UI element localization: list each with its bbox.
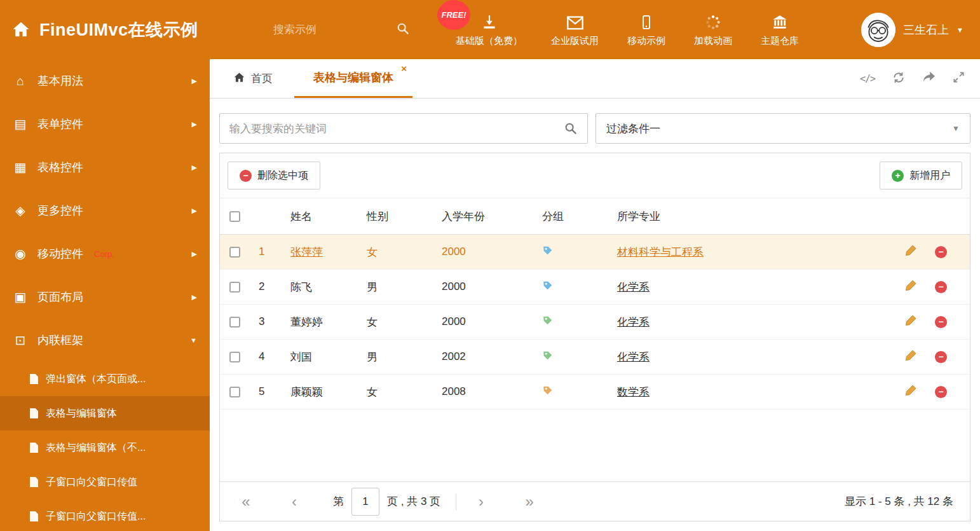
sidebar-subitem-child-to-parent-2[interactable]: 子窗口向父窗口传值... (0, 499, 210, 531)
tab-bar: 首页 表格与编辑窗体 × </> (210, 59, 980, 99)
mobile-icon (639, 13, 654, 31)
download-icon (481, 13, 498, 31)
sidebar-item-grid-controls[interactable]: ▦ 表格控件 ▶ (0, 146, 210, 189)
major-link[interactable]: 材料科学与工程系 (617, 246, 704, 258)
keyword-search-placeholder: 输入要搜索的关键词 (229, 121, 327, 136)
sidebar-item-form-controls[interactable]: ▤ 表单控件 ▶ (0, 102, 210, 146)
header-search-placeholder: 搜索示例 (273, 22, 316, 37)
brand[interactable]: FineUIMvc在线示例 (0, 18, 210, 41)
select-all-checkbox[interactable] (229, 211, 240, 222)
refresh-icon[interactable] (892, 71, 905, 86)
major-link[interactable]: 数学系 (617, 386, 650, 398)
edit-icon[interactable] (905, 314, 917, 329)
name-cell: 张萍萍 (290, 246, 323, 258)
edit-icon[interactable] (905, 349, 917, 364)
delete-icon[interactable]: − (935, 351, 947, 363)
sidebar-subitem-label: 弹出窗体（本页面或... (46, 373, 146, 386)
row-number: 4 (255, 350, 287, 363)
row-checkbox[interactable] (229, 282, 240, 293)
share-icon[interactable] (922, 71, 936, 86)
search-icon[interactable] (396, 22, 410, 38)
sidebar-subitem-child-to-parent[interactable]: 子窗口向父窗口传值 (0, 465, 210, 499)
sidebar-subitem-popup-window[interactable]: 弹出窗体（本页面或... (0, 362, 210, 396)
sidebar-subitem-grid-edit-window[interactable]: 表格与编辑窗体 (0, 396, 210, 431)
delete-selected-label: 删除选中项 (257, 169, 308, 183)
major-link[interactable]: 化学系 (617, 281, 650, 293)
tab-home[interactable]: 首页 (219, 59, 287, 98)
sidebar-item-label: 基本用法 (37, 73, 83, 88)
next-page-button[interactable]: › (472, 494, 491, 509)
bank-icon (771, 13, 789, 31)
year-cell: 2002 (438, 350, 538, 363)
edit-icon[interactable] (905, 244, 917, 259)
nav-item-label: 加载动画 (694, 35, 732, 47)
sidebar-item-page-layout[interactable]: ▣ 页面布局 ▶ (0, 275, 210, 319)
add-user-label: 新增用户 (909, 169, 950, 183)
nav-item-label: 企业版试用 (551, 35, 599, 47)
table-row[interactable]: 1 张萍萍 女 2000 材料科学与工程系 − (220, 235, 970, 270)
delete-icon[interactable]: − (935, 386, 947, 398)
record-summary: 显示 1 - 5 条 , 共 12 条 (845, 494, 953, 509)
row-checkbox[interactable] (229, 352, 240, 362)
keyword-search-input[interactable]: 输入要搜索的关键词 (219, 113, 588, 144)
delete-icon[interactable]: − (935, 246, 947, 258)
table-row[interactable]: 4 刘国 男 2002 化学系 − (220, 340, 970, 375)
nav-item-label: 基础版（免费） (456, 35, 522, 47)
tab-label: 首页 (251, 71, 273, 86)
nav-item-loading-animation[interactable]: 加载动画 (694, 13, 732, 47)
row-checkbox[interactable] (229, 387, 240, 397)
chevron-right-icon: ▶ (192, 293, 197, 301)
nav-item-mobile-demo[interactable]: 移动示例 (627, 13, 665, 47)
signal-icon: ◉ (13, 246, 28, 261)
sidebar-item-label: 表格控件 (37, 160, 83, 175)
sidebar-item-basic-usage[interactable]: ⌂ 基本用法 ▶ (0, 59, 210, 102)
delete-icon[interactable]: − (935, 281, 947, 293)
nav-item-enterprise-trial[interactable]: 企业版试用 (551, 13, 599, 47)
edit-icon[interactable] (905, 384, 917, 399)
sidebar-item-label: 移动控件 (37, 246, 83, 261)
expand-icon[interactable] (953, 71, 965, 86)
major-link[interactable]: 化学系 (617, 351, 650, 363)
chevron-down-icon: ▼ (952, 124, 960, 133)
major-link[interactable]: 化学系 (617, 316, 650, 328)
file-icon (30, 408, 38, 418)
prev-page-button[interactable]: ‹ (285, 494, 304, 509)
column-header-name: 姓名 (287, 209, 363, 224)
table-row[interactable]: 5 康颖颖 女 2008 数学系 − (220, 375, 970, 410)
last-page-button[interactable]: » (520, 494, 539, 509)
file-icon (30, 477, 38, 487)
nav-item-theme-repo[interactable]: 主题仓库 (761, 13, 799, 47)
sidebar-item-iframe[interactable]: ⊡ 内联框架 ▼ (0, 319, 210, 362)
filter-row: 输入要搜索的关键词 过滤条件一 ▼ (210, 99, 980, 153)
username: 三生石上 (903, 22, 949, 38)
row-checkbox[interactable] (229, 317, 240, 328)
search-icon[interactable] (564, 121, 578, 135)
chevron-right-icon: ▶ (192, 250, 197, 258)
chevron-down-icon: ▼ (190, 336, 197, 344)
edit-icon[interactable] (905, 279, 917, 294)
filter-dropdown[interactable]: 过滤条件一 ▼ (595, 113, 970, 144)
sidebar-subitem-grid-edit-window-2[interactable]: 表格与编辑窗体（不... (0, 431, 210, 465)
close-icon[interactable]: × (401, 64, 407, 73)
source-code-icon[interactable]: </> (860, 73, 875, 85)
column-header-year: 入学年份 (438, 209, 538, 224)
header-search-input[interactable]: 搜索示例 (273, 22, 410, 38)
tab-tools: </> (860, 59, 980, 98)
tag-icon (542, 385, 554, 396)
name-cell: 董婷婷 (290, 316, 323, 328)
table-row[interactable]: 2 陈飞 男 2000 化学系 − (220, 270, 970, 305)
tab-grid-edit-window[interactable]: 表格与编辑窗体 × (294, 59, 412, 98)
delete-icon[interactable]: − (935, 316, 947, 328)
sidebar-item-mobile-controls[interactable]: ◉ 移动控件 Corp. ▶ (0, 232, 210, 275)
delete-selected-button[interactable]: − 删除选中项 (228, 162, 320, 190)
user-menu[interactable]: 三生石上 ▼ (861, 13, 980, 47)
page-number-input[interactable] (351, 488, 379, 516)
row-checkbox[interactable] (229, 247, 240, 258)
table-row[interactable]: 3 董婷婷 女 2000 化学系 − (220, 305, 970, 340)
first-page-button[interactable]: « (236, 494, 255, 509)
sidebar-item-more-controls[interactable]: ◈ 更多控件 ▶ (0, 189, 210, 232)
gender-cell: 女 (363, 385, 438, 399)
grid-icon: ▦ (13, 160, 28, 175)
add-user-button[interactable]: + 新增用户 (880, 162, 962, 190)
tab-label: 表格与编辑窗体 (313, 70, 393, 85)
